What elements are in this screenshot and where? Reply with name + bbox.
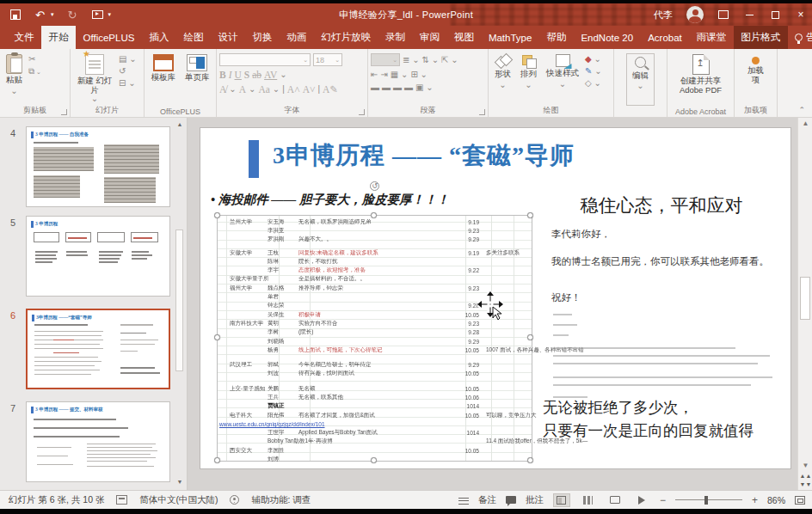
cut-icon[interactable]: ✂: [28, 55, 41, 64]
tab-绘图[interactable]: 绘图: [176, 26, 211, 49]
clear-format-button[interactable]: A̸: [219, 84, 226, 95]
normal-view-button[interactable]: [553, 493, 570, 507]
slide-counter[interactable]: 幻灯片 第 6 张, 共 10 张: [9, 494, 104, 506]
align-center-button[interactable]: ▬: [382, 83, 391, 92]
contact-log-image[interactable]: 兰州大学安玉海无名额，联系罗洪刚选师兄弟9.19李洪亚9.23罗洪刚兴趣不大。。…: [218, 216, 532, 461]
ribbon-display-icon[interactable]: [717, 9, 729, 21]
comments-toggle[interactable]: 批注: [526, 494, 544, 506]
arrange-button[interactable]: 排列⌄: [517, 53, 540, 106]
resize-handle-sw[interactable]: [214, 457, 220, 463]
tab-审阅[interactable]: 审阅: [412, 26, 446, 49]
copy-icon[interactable]: ⧉ ⌄: [28, 67, 41, 76]
reset-icon[interactable]: ↺: [119, 67, 137, 76]
slideshow-view-button[interactable]: [633, 493, 650, 507]
tab-告诉我[interactable]: 告诉我: [788, 26, 812, 49]
align-right-button[interactable]: ▬: [393, 83, 402, 92]
tab-文件[interactable]: 文件: [7, 26, 41, 49]
quick-styles-button[interactable]: 快速样式⌄: [543, 53, 582, 106]
indent-increase-button[interactable]: ⇥: [380, 70, 387, 79]
align-text-button[interactable]: ⊞ ⌄: [410, 70, 428, 79]
resize-handle-nw[interactable]: [214, 212, 220, 218]
accessibility-status[interactable]: 辅助功能: 调查: [251, 494, 311, 506]
smartart-button[interactable]: ▣ ⌄: [415, 83, 434, 92]
slide-bullet-text[interactable]: • 海投邮件 —— 胆子要大，脸皮要厚！！！: [211, 192, 449, 208]
thumb-scroll-up-icon[interactable]: ▲: [175, 119, 185, 130]
shadow-button[interactable]: S: [244, 70, 249, 80]
previous-slide-icon[interactable]: ▲▲: [798, 472, 812, 480]
columns-button[interactable]: ▦ ⌄: [391, 70, 409, 79]
resize-handle-s[interactable]: [371, 457, 377, 463]
strikethrough-button[interactable]: ab: [252, 70, 261, 80]
tab-雨课堂[interactable]: 雨课堂: [689, 26, 734, 49]
language-indicator[interactable]: 简体中文(中国大陆): [139, 494, 218, 506]
rotate-handle[interactable]: ↺: [370, 181, 379, 191]
change-case-button[interactable]: Aa: [258, 84, 269, 95]
section-icon[interactable]: ⊟ ⌄: [119, 79, 137, 88]
font-dialog-launcher[interactable]: [359, 109, 365, 115]
shape-fill-icon[interactable]: ◆ ⌄: [585, 55, 602, 64]
numbering-button[interactable]: ≣ ⌄: [403, 56, 420, 64]
next-slide-icon[interactable]: ▼▼: [798, 480, 812, 489]
avatar[interactable]: [686, 6, 704, 23]
resize-handle-w[interactable]: [214, 334, 220, 340]
create-share-pdf-button[interactable]: 创建并共享 Adobe PDF: [670, 53, 732, 106]
paragraph-dialog-launcher[interactable]: [479, 109, 485, 115]
slide-sorter-view-button[interactable]: [580, 493, 597, 507]
zoom-in-icon[interactable]: +: [752, 494, 758, 506]
right-heading[interactable]: 稳住心态，平和应对: [551, 193, 772, 217]
slide-title[interactable]: 3申博历程 —— “套磁”导师: [273, 139, 575, 172]
indent-decrease-button[interactable]: ⇤: [371, 70, 378, 79]
reading-view-button[interactable]: [606, 493, 624, 507]
addins-button[interactable]: 加载项: [743, 53, 769, 106]
scroll-up-icon[interactable]: ▲: [798, 118, 812, 130]
justify-button[interactable]: ▬: [404, 83, 413, 92]
shapes-button[interactable]: 形状⌄: [491, 53, 514, 106]
tab-视图[interactable]: 视图: [446, 26, 481, 49]
resize-handle-n[interactable]: [371, 212, 377, 218]
thumbnail-slide-5[interactable]: 5 3 申博历程: [0, 216, 188, 297]
thumbnail-slide-7[interactable]: 7 3 申博历程 —— 提交、材料审核: [0, 401, 188, 482]
maximize-button[interactable]: [769, 9, 781, 21]
line-spacing-button[interactable]: ⇅ ⌄: [422, 56, 440, 64]
fit-to-window-icon[interactable]: [795, 496, 805, 505]
tab-录制[interactable]: 录制: [378, 26, 412, 49]
single-page-library-button[interactable]: 单页库: [181, 53, 213, 106]
grow-font-button[interactable]: A˄: [287, 84, 300, 95]
text-color-button[interactable]: A: [239, 84, 246, 95]
tab-Acrobat[interactable]: Acrobat: [641, 26, 690, 49]
thumb-scroll-thumb[interactable]: [175, 229, 183, 371]
edit-button[interactable]: 编辑 ⌄: [626, 53, 655, 106]
resize-handle-ne[interactable]: [527, 212, 533, 218]
shape-outline-icon[interactable]: ✎ ⌄: [585, 67, 602, 76]
underline-button[interactable]: U: [235, 70, 242, 80]
thumbnail-slide-6-selected[interactable]: 6 3申博历程 ——“套磁”导师: [0, 309, 188, 389]
align-left-button[interactable]: ▬: [371, 83, 379, 92]
collapse-ribbon-icon[interactable]: ⌃: [798, 106, 805, 114]
layout-icon[interactable]: ▤ ⌄: [119, 55, 137, 64]
account-name[interactable]: 代李: [654, 9, 673, 21]
resize-handle-se[interactable]: [527, 457, 533, 463]
tab-帮助[interactable]: 帮助: [539, 26, 574, 49]
thumbnail-scrollbar[interactable]: ▲ ▼: [175, 118, 185, 490]
notes-toggle[interactable]: 备注: [478, 494, 496, 506]
bold-button[interactable]: B: [219, 70, 226, 80]
highlight-button[interactable]: A✎: [323, 83, 338, 95]
tab-开始[interactable]: 开始: [41, 26, 76, 49]
editor-scrollbar[interactable]: ▲ ▼ ▲▲ ▼▼: [797, 118, 812, 490]
shrink-font-button[interactable]: A˅: [303, 84, 316, 95]
font-size-combobox[interactable]: 18⌄: [313, 53, 342, 66]
tab-插入[interactable]: 插入: [142, 26, 176, 49]
italic-button[interactable]: I: [229, 70, 232, 80]
text-direction-button[interactable]: ⇱ ⌄: [441, 56, 458, 64]
paste-button[interactable]: 粘贴⌄: [3, 53, 26, 106]
thumbnail-slide-4[interactable]: 4 3 申博历程 —— 自我准备: [0, 126, 188, 207]
tab-幻灯片放映[interactable]: 幻灯片放映: [314, 26, 378, 49]
zoom-out-icon[interactable]: −: [660, 494, 666, 506]
close-button[interactable]: ×: [795, 9, 807, 21]
tab-EndNote 20[interactable]: EndNote 20: [574, 26, 641, 49]
minimize-button[interactable]: [743, 9, 755, 21]
scroll-down-icon[interactable]: ▼: [798, 460, 812, 472]
zoom-slider[interactable]: [675, 499, 742, 501]
resize-handle-e[interactable]: [527, 334, 533, 340]
template-library-button[interactable]: 模板库: [148, 53, 180, 106]
